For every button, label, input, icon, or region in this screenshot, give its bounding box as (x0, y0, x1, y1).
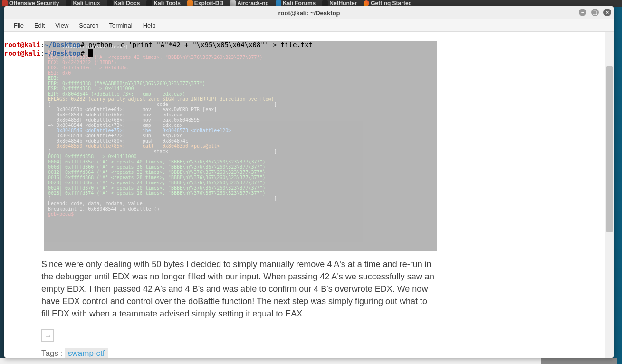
vertical-scrollbar[interactable] (605, 32, 614, 358)
scroll-thumb[interactable] (606, 66, 613, 232)
menu-file[interactable]: File (9, 21, 29, 30)
window-titlebar: root@kali: ~/Desktop – ▢ × (4, 6, 614, 19)
command-text: python -c 'print "A"*42 + "\x95\x85\x04\… (85, 41, 313, 48)
window-buttons: – ▢ × (579, 9, 611, 16)
article-paragraph: Since were only dealing with 50 bytes I … (41, 258, 436, 320)
terminal-text: root@kali:~/Desktop# python -c 'print "A… (4, 32, 605, 66)
prompt-user: root@kali (4, 49, 40, 57)
scroll-thumb[interactable] (541, 358, 617, 364)
menu-help[interactable]: Help (138, 21, 161, 30)
menu-terminal[interactable]: Terminal (105, 21, 137, 30)
terminal-body[interactable]: (<doBattle+154>: leave)EAX: 0x0EBX: 0xff… (4, 32, 614, 358)
gdb-peda-output: (<doBattle+154>: leave)EAX: 0x0EBX: 0xff… (44, 41, 437, 251)
menu-view[interactable]: View (50, 21, 73, 30)
menu-edit[interactable]: Edit (29, 21, 49, 30)
prompt-user: root@kali (4, 41, 40, 48)
close-button[interactable]: × (603, 9, 611, 16)
tags-label: Tags : (41, 349, 63, 358)
maximize-button[interactable]: ▢ (591, 9, 599, 16)
menu-search[interactable]: Search (74, 21, 103, 30)
image-icon: ▭ (45, 329, 50, 342)
minimize-button[interactable]: – (579, 9, 586, 16)
tag-link[interactable]: swamp-ctf (65, 348, 107, 358)
terminal-window: root@kali: ~/Desktop – ▢ × File Edit Vie… (4, 6, 614, 358)
prompt-path: ~/Desktop (44, 41, 80, 48)
tags-line: Tags : swamp-ctf (41, 347, 436, 358)
horizontal-scrollbar[interactable] (0, 358, 617, 364)
window-title: root@kali: ~/Desktop (278, 10, 340, 17)
article-body: Since were only dealing with 50 bytes I … (41, 258, 436, 358)
image-thumbnail[interactable]: ▭ (41, 329, 54, 342)
prompt-path: ~/Desktop (44, 49, 80, 57)
cursor-icon (88, 49, 93, 57)
menu-bar: File Edit View Search Terminal Help (4, 19, 614, 32)
